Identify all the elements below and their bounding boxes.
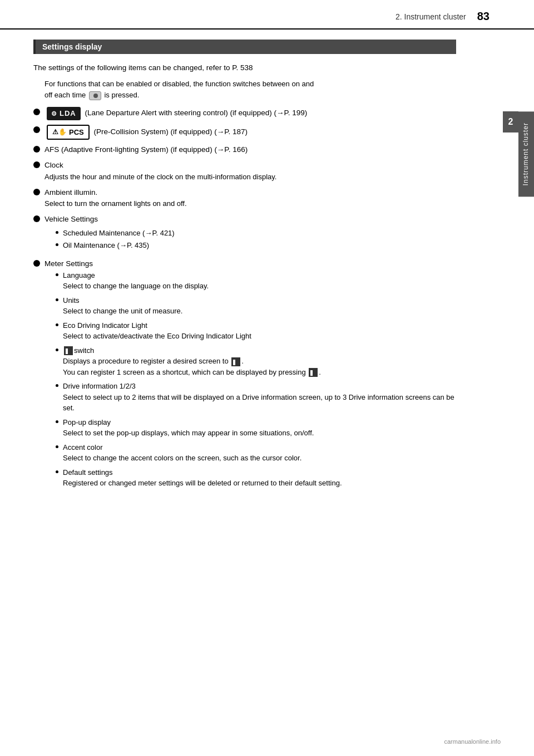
lda-badge-icon: ⚙ — [51, 109, 57, 119]
header-chapter-title: 2. Instrument cluster — [395, 12, 466, 21]
bullet-dot-clock — [33, 161, 40, 168]
pcs-badge-text: PCS — [69, 127, 84, 138]
pcs-badge: ⚠✋ PCS — [47, 125, 90, 140]
header-page-number: 83 — [477, 10, 490, 23]
side-tab-label: Instrument cluster — [518, 111, 534, 197]
clock-content: Clock Adjusts the hour and minute of the… — [44, 160, 456, 183]
list-item-oil-maintenance: Oil Maintenance (→P. 435) — [56, 240, 456, 252]
accent-desc: Select to change the accent colors on th… — [63, 453, 456, 464]
meter-sub-eco: Eco Driving Indicator Light Select to ac… — [56, 320, 456, 342]
meter-icon-inline-1 — [231, 357, 240, 366]
pcs-content: ⚠✋ PCS (Pre-Collision System) (if equipp… — [44, 125, 456, 140]
popup-desc: Select to set the pop-up displays, which… — [63, 428, 456, 439]
sub-dot-eco — [56, 323, 58, 326]
eco-desc: Select to activate/deactivate the Eco Dr… — [63, 331, 456, 342]
sub-intro-text1: For functions that can be enabled or dis… — [44, 80, 314, 88]
list-item-vehicle-settings: Vehicle Settings Scheduled Maintenance (… — [33, 214, 456, 254]
bullet-dot-afs — [33, 146, 40, 153]
button-icon-inner — [93, 94, 98, 98]
clock-title: Clock — [44, 161, 63, 169]
vehicle-sub-list: Scheduled Maintenance (→P. 421) Oil Main… — [56, 228, 456, 252]
default-title-row: Default settings — [56, 467, 456, 478]
meter-settings-title: Meter Settings — [44, 259, 93, 268]
sub-dot-switch — [56, 348, 58, 351]
main-bullet-list: ⚙ LDA (Lane Departure Alert with steerin… — [33, 107, 456, 492]
default-desc: Registered or changed meter settings wil… — [63, 478, 456, 489]
pcs-description: (Pre-Collision System) (if equipped) (→P… — [94, 127, 248, 136]
page-footer-watermark: carmanualonline.info — [444, 738, 501, 745]
meter-sub-popup: Pop-up display Select to set the pop-up … — [56, 417, 456, 439]
list-item-scheduled-maintenance: Scheduled Maintenance (→P. 421) — [56, 228, 456, 239]
switch-desc-2: You can register 1 screen as a shortcut,… — [63, 367, 456, 378]
eco-title: Eco Driving Indicator Light — [63, 320, 147, 331]
afs-text: AFS (Adaptive Front-lighting System) (if… — [44, 145, 248, 154]
meter-sub-drive-info: Drive information 1/2/3 Select to select… — [56, 381, 456, 414]
button-icon — [89, 91, 101, 100]
ambient-content: Ambient illumin. Select to turn the orna… — [44, 187, 456, 210]
sub-intro-block: For functions that can be enabled or dis… — [44, 78, 456, 102]
meter-sub-items: Language Select to change the language o… — [56, 270, 456, 489]
scheduled-maintenance-text: Scheduled Maintenance (→P. 421) — [63, 228, 175, 239]
lda-badge-text: LDA — [60, 108, 76, 119]
bullet-dot-vehicle — [33, 215, 40, 222]
sub-dot-oil — [56, 243, 58, 246]
meter-sub-language: Language Select to change the language o… — [56, 270, 456, 292]
meter-sub-units: Units Select to change the unit of measu… — [56, 295, 456, 317]
sub-dot — [56, 231, 58, 234]
list-item-meter-settings: Meter Settings Language Select to change… — [33, 258, 456, 492]
eco-title-row: Eco Driving Indicator Light — [56, 320, 456, 331]
clock-desc: Adjusts the hour and minute of the clock… — [44, 173, 276, 181]
popup-title: Pop-up display — [63, 417, 111, 428]
bullet-dot-pcs — [33, 126, 40, 133]
lda-content: ⚙ LDA (Lane Departure Alert with steerin… — [44, 107, 456, 120]
sub-dot-default — [56, 470, 58, 473]
meter-icon-inline-2 — [309, 368, 318, 377]
oil-maintenance-text: Oil Maintenance (→P. 435) — [63, 240, 149, 252]
sub-dot-units — [56, 298, 58, 301]
units-title: Units — [63, 295, 80, 306]
afs-content: AFS (Adaptive Front-lighting System) (if… — [44, 144, 456, 155]
list-item-lda: ⚙ LDA (Lane Departure Alert with steerin… — [33, 107, 456, 120]
meter-sub-accent: Accent color Select to change the accent… — [56, 442, 456, 464]
list-item-clock: Clock Adjusts the hour and minute of the… — [33, 160, 456, 183]
switch-title-row: switch — [56, 345, 456, 356]
sub-dot-drive — [56, 384, 58, 387]
intro-text: The settings of the following items can … — [33, 62, 456, 74]
bullet-dot-meter — [33, 260, 40, 267]
switch-desc-block: Displays a procedure to register a desir… — [63, 356, 456, 377]
drive-info-title-row: Drive information 1/2/3 — [56, 381, 456, 392]
popup-title-row: Pop-up display — [56, 417, 456, 428]
sub-dot-accent — [56, 445, 58, 448]
main-content: Settings display The settings of the fol… — [0, 40, 501, 520]
bullet-dot-ambient — [33, 189, 40, 195]
pcs-badge-icon: ⚠✋ — [52, 127, 67, 137]
meter-content: Meter Settings Language Select to change… — [44, 258, 456, 492]
meter-sub-default: Default settings Registered or changed m… — [56, 467, 456, 489]
language-desc: Select to change the language on the dis… — [63, 281, 456, 292]
accent-title: Accent color — [63, 442, 103, 453]
drive-info-desc: Select to select up to 2 items that will… — [63, 392, 456, 414]
meter-square-icon — [64, 346, 73, 355]
ambient-desc: Select to turn the ornament lights on an… — [44, 199, 187, 208]
sub-dot-popup — [56, 420, 58, 423]
lda-badge: ⚙ LDA — [47, 107, 81, 120]
page-header: 2. Instrument cluster 83 — [0, 0, 534, 30]
sub-intro-text2: off each time — [44, 91, 86, 99]
vehicle-content: Vehicle Settings Scheduled Maintenance (… — [44, 214, 456, 254]
switch-icon-badge — [63, 345, 74, 356]
list-item-pcs: ⚠✋ PCS (Pre-Collision System) (if equipp… — [33, 125, 456, 140]
ambient-title: Ambient illumin. — [44, 188, 97, 197]
accent-title-row: Accent color — [56, 442, 456, 453]
sub-dot-language — [56, 273, 58, 276]
drive-info-title: Drive information 1/2/3 — [63, 381, 136, 392]
switch-label: switch — [74, 345, 94, 356]
language-title-row: Language — [56, 270, 456, 281]
default-title: Default settings — [63, 467, 113, 478]
vehicle-settings-title: Vehicle Settings — [44, 215, 98, 223]
page-container: 2 Instrument cluster 2. Instrument clust… — [0, 0, 534, 756]
meter-sub-switch: switch Displays a procedure to register … — [56, 345, 456, 378]
units-desc: Select to change the unit of measure. — [63, 306, 456, 317]
sub-intro-text3: is pressed. — [104, 91, 139, 99]
lda-description: (Lane Departure Alert with steering cont… — [85, 109, 307, 117]
chapter-number: 2 — [503, 111, 518, 132]
